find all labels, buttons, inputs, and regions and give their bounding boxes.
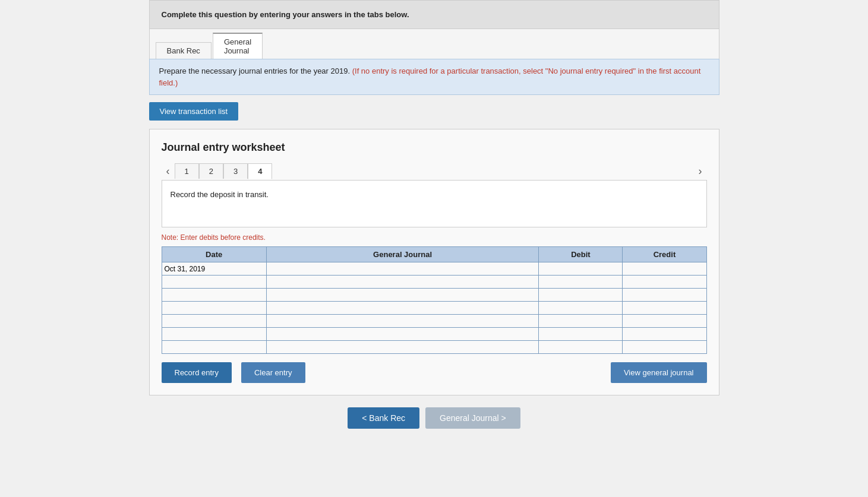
- table-row: [162, 276, 706, 289]
- debit-input-row-6[interactable]: [539, 341, 622, 353]
- date-input-row-5[interactable]: [162, 328, 266, 340]
- col-header-date: Date: [162, 247, 266, 262]
- general-input-row-4[interactable]: [267, 315, 539, 327]
- date-input-row-3[interactable]: [162, 302, 266, 314]
- debit-input-row-5[interactable]: [539, 328, 622, 340]
- view-transaction-section: View transaction list: [149, 102, 719, 121]
- tab-bank-rec[interactable]: Bank Rec: [156, 42, 212, 59]
- worksheet-card: Journal entry worksheet ‹ 1 2 3 4 › Reco…: [149, 129, 719, 395]
- tab-general-journal[interactable]: GeneralJournal: [213, 33, 263, 59]
- table-row: [162, 315, 706, 328]
- general-input-row-0[interactable]: [267, 262, 539, 275]
- date-input-row-0[interactable]: [162, 262, 266, 275]
- date-input-row-6[interactable]: [162, 341, 266, 353]
- credit-input-row-6[interactable]: [623, 341, 706, 353]
- date-input-row-2[interactable]: [162, 289, 266, 301]
- col-header-general: General Journal: [266, 247, 539, 262]
- entry-tab-3[interactable]: 3: [223, 163, 248, 179]
- credit-input-row-2[interactable]: [623, 289, 706, 301]
- debit-input-row-0[interactable]: [539, 262, 622, 275]
- entry-tab-nav: ‹ 1 2 3 4 ›: [162, 162, 707, 180]
- entry-tab-4[interactable]: 4: [248, 163, 272, 179]
- view-transaction-button[interactable]: View transaction list: [149, 102, 239, 121]
- instruction-bar: Complete this question by entering your …: [149, 0, 719, 29]
- worksheet-title: Journal entry worksheet: [162, 141, 707, 154]
- col-header-debit: Debit: [539, 247, 623, 262]
- general-input-row-2[interactable]: [267, 289, 539, 301]
- action-buttons: Record entry Clear entry View general jo…: [162, 362, 707, 383]
- info-box: Prepare the necessary journal entries fo…: [149, 59, 719, 95]
- table-row: [162, 262, 706, 276]
- general-input-row-3[interactable]: [267, 302, 539, 314]
- debit-input-row-4[interactable]: [539, 315, 622, 327]
- debit-input-row-3[interactable]: [539, 302, 622, 314]
- record-entry-button[interactable]: Record entry: [162, 362, 232, 383]
- debit-input-row-1[interactable]: [539, 276, 622, 288]
- forward-nav-label: General Journal >: [440, 413, 506, 423]
- credit-input-row-3[interactable]: [623, 302, 706, 314]
- debit-input-row-2[interactable]: [539, 289, 622, 301]
- clear-entry-button[interactable]: Clear entry: [241, 362, 305, 383]
- table-row: [162, 302, 706, 315]
- col-header-credit: Credit: [623, 247, 706, 262]
- next-entry-arrow[interactable]: ›: [694, 162, 707, 180]
- table-row: [162, 328, 706, 341]
- forward-nav-button[interactable]: General Journal >: [425, 407, 520, 429]
- back-nav-label: < Bank Rec: [362, 413, 405, 423]
- credit-input-row-4[interactable]: [623, 315, 706, 327]
- view-general-journal-button[interactable]: View general journal: [611, 362, 707, 383]
- back-nav-button[interactable]: < Bank Rec: [348, 407, 419, 429]
- instruction-text: Complete this question by entering your …: [162, 10, 707, 19]
- general-input-row-6[interactable]: [267, 341, 539, 353]
- prev-entry-arrow[interactable]: ‹: [162, 162, 175, 180]
- entry-description-box: Record the deposit in transit.: [162, 180, 707, 227]
- note-text: Note: Enter debits before credits.: [162, 233, 707, 242]
- table-row: [162, 289, 706, 302]
- general-input-row-5[interactable]: [267, 328, 539, 340]
- table-row: [162, 341, 706, 354]
- date-input-row-1[interactable]: [162, 276, 266, 288]
- tabs-row: Bank Rec GeneralJournal: [149, 29, 719, 59]
- credit-input-row-0[interactable]: [623, 262, 706, 275]
- journal-table: Date General Journal Debit Credit: [162, 246, 707, 354]
- date-input-row-4[interactable]: [162, 315, 266, 327]
- general-input-row-1[interactable]: [267, 276, 539, 288]
- credit-input-row-5[interactable]: [623, 328, 706, 340]
- entry-description-text: Record the deposit in transit.: [171, 190, 269, 199]
- info-text-before: Prepare the necessary journal entries fo…: [159, 67, 352, 75]
- bottom-nav: < Bank Rec General Journal >: [149, 407, 719, 429]
- credit-input-row-1[interactable]: [623, 276, 706, 288]
- entry-tab-2[interactable]: 2: [199, 163, 223, 179]
- entry-tab-1[interactable]: 1: [175, 163, 199, 179]
